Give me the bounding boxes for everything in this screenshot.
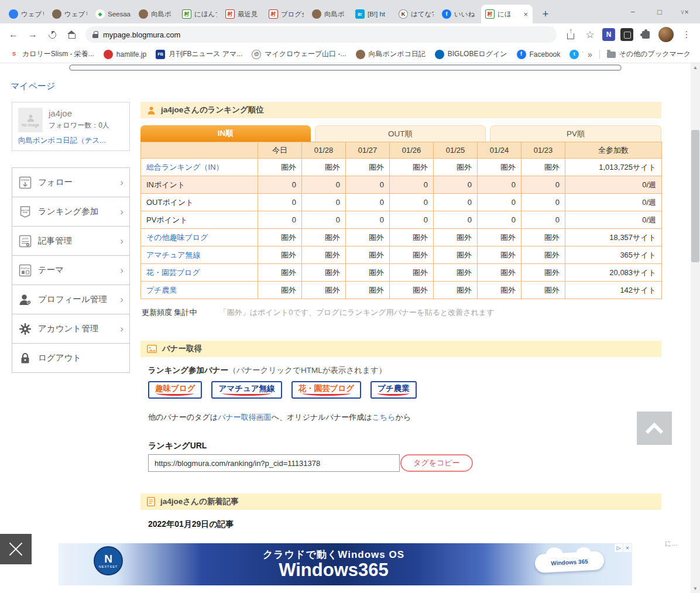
bookmark-item[interactable]: 向島ポンポコ日記 — [351, 47, 430, 61]
bookmark-item[interactable]: tTwitter — [565, 47, 583, 61]
column-header — [141, 142, 258, 159]
browser-tab[interactable]: 村ブログ全 — [265, 5, 308, 23]
column-header: 01/25 — [434, 142, 478, 159]
sidebar-item[interactable]: themeテーマ› — [12, 256, 129, 285]
tab-strip-tabs: ウェブリウェブリ◆Seesaa向島ポ村にほんブ村最近見村ブログ全向島ポB![B!… — [5, 5, 533, 23]
tab-close-icon[interactable]: × — [523, 10, 529, 19]
other-bookmarks-button[interactable]: その他のブックマーク — [602, 47, 695, 61]
category-link[interactable]: 総合ランキング（IN） — [146, 163, 224, 172]
ad-close-icon[interactable]: × — [623, 544, 632, 552]
banner-page-link[interactable]: バナー取得画面 — [218, 413, 272, 421]
note-extension-icon[interactable]: N — [602, 28, 615, 41]
ranking-url-input[interactable] — [148, 454, 400, 472]
browser-tab[interactable]: fいいね — [438, 5, 481, 23]
bookmark-item[interactable]: SカロリーSlism - 栄養... — [5, 47, 99, 61]
facebook-favicon: f — [442, 9, 451, 19]
total-cell: 0/週 — [565, 176, 662, 194]
chevron-right-icon: › — [120, 206, 123, 218]
ranking-banner[interactable]: アマチュア無線 — [211, 381, 282, 399]
reload-button[interactable] — [43, 26, 61, 43]
value-cell: 圏外 — [346, 246, 390, 264]
scrollbar-down-arrow[interactable]: ▼ — [691, 586, 700, 591]
category-link[interactable]: 花・園芸ブログ — [146, 268, 200, 277]
address-bar[interactable]: mypage.blogmura.com — [85, 26, 557, 43]
category-link[interactable]: アマチュア無線 — [146, 251, 201, 259]
sidebar-item[interactable]: bannerランキング参加› — [12, 197, 129, 227]
sidebar-item[interactable]: post記事管理› — [12, 227, 129, 256]
browser-tab[interactable]: ウェブリ — [5, 5, 48, 23]
share-icon — [567, 33, 574, 39]
vertical-scrollbar[interactable]: ▲ ▼ — [691, 63, 700, 593]
browser-tab[interactable]: 村にほ× — [481, 5, 533, 23]
ranking-tab[interactable]: PV順 — [490, 125, 661, 142]
menu-kebab-button[interactable]: ⋮ — [678, 26, 695, 43]
bookmark-item[interactable]: fFacebook — [512, 47, 565, 61]
category-link[interactable]: プチ農業 — [146, 286, 177, 294]
sidebar-item-label: アカウント管理 — [38, 323, 98, 334]
browser-tab[interactable]: Kはてな? — [394, 5, 438, 23]
maximize-button[interactable]: □ — [646, 0, 673, 23]
browser-tab[interactable]: ウェブリ — [48, 5, 91, 23]
extensions-puzzle-button[interactable] — [637, 26, 654, 43]
back-button[interactable]: ← — [5, 26, 22, 43]
browser-tab[interactable]: ◆Seesaa — [91, 5, 135, 23]
scrollbar-up-arrow[interactable]: ▲ — [691, 65, 700, 70]
bookmarks-bar: SカロリーSlism - 栄養...hamlife.jpFB月刊FBニュース ア… — [0, 46, 700, 63]
tab-list-chevron-icon[interactable]: ∨ — [671, 0, 694, 23]
ranking-tab[interactable]: IN順 — [140, 125, 311, 142]
sidebar-item[interactable]: アカウント管理› — [12, 314, 129, 344]
browser-tab[interactable]: 村最近見 — [221, 5, 265, 23]
value-cell: 0 — [478, 211, 521, 229]
browser-tab[interactable]: B![B!] ht — [351, 5, 394, 23]
adchoices-controls: ▷ × — [615, 544, 632, 552]
reload-icon — [47, 29, 57, 40]
ranking-banner-icon: banner — [18, 205, 32, 219]
fbnews-favicon: FB — [156, 50, 165, 59]
ad-banner[interactable]: N NEXTSET クラウドで動くWindows OS Windows365 W… — [59, 543, 632, 585]
new-tab-button[interactable]: + — [537, 6, 554, 22]
blog-link[interactable]: 向島ポンポコ日記（テス... — [18, 136, 106, 146]
extension-icon[interactable] — [620, 28, 633, 41]
browser-tab[interactable]: 向島ポ — [308, 5, 351, 23]
adchoices-icon[interactable]: ▷ — [615, 544, 623, 552]
bookmark-item[interactable]: @マイクロウェーブ山口 -... — [247, 47, 351, 61]
sidebar-menu: readerフォロー›bannerランキング参加›post記事管理›themeテ… — [12, 167, 130, 373]
logout-lock-icon — [18, 351, 32, 365]
sidebar-item[interactable]: プロフィール管理› — [12, 285, 129, 314]
value-cell: 圏外 — [434, 264, 478, 282]
browser-tab[interactable]: 村にほんブ — [178, 5, 221, 23]
ad-dismiss-button[interactable] — [0, 534, 32, 564]
home-button[interactable] — [63, 26, 80, 43]
value-cell: 0 — [478, 176, 521, 194]
ranking-banner[interactable]: 花・園芸ブログ — [291, 381, 361, 399]
value-cell: 圏外 — [434, 159, 478, 176]
copy-tag-button[interactable]: タグをコピー — [400, 454, 473, 472]
ranking-banner[interactable]: 趣味ブログ — [148, 381, 202, 399]
ranking-tab[interactable]: OUT順 — [315, 125, 486, 142]
scrollbar-thumb[interactable] — [691, 130, 699, 262]
value-cell: 圏外 — [390, 282, 434, 299]
banner-lead-note: （バナークリックでHTMLが表示されます） — [228, 366, 386, 375]
bookmark-star-button[interactable]: ☆ — [581, 26, 599, 43]
sidebar-item[interactable]: ログアウト — [12, 344, 129, 373]
forward-button[interactable]: → — [24, 26, 42, 43]
browser-profile-avatar[interactable] — [658, 27, 674, 42]
browser-tab[interactable]: 向島ポ — [135, 5, 178, 23]
minimize-button[interactable]: − — [619, 0, 646, 23]
share-button[interactable] — [562, 26, 579, 43]
create-banner-link[interactable]: こちら — [372, 413, 396, 421]
total-cell: 0/週 — [565, 211, 662, 229]
table-row: PVポイント00000000/週 — [141, 211, 662, 229]
tab-title: 向島ポ — [151, 10, 174, 19]
bookmark-item[interactable]: BIGLOBEログイン — [430, 47, 512, 61]
bookmark-item[interactable]: FB月刊FBニュース アマ... — [151, 47, 247, 61]
value-cell: 0 — [521, 211, 565, 229]
column-header: 01/28 — [302, 142, 346, 159]
profile-followers: フォロワー数：0人 — [49, 121, 109, 131]
bookmarks-overflow-button[interactable]: » — [583, 50, 597, 59]
ranking-banner[interactable]: プチ農業 — [370, 381, 417, 399]
category-link[interactable]: その他趣味ブログ — [146, 233, 208, 242]
sidebar-item[interactable]: readerフォロー› — [12, 168, 129, 197]
scroll-to-top-button[interactable] — [637, 412, 672, 445]
bookmark-item[interactable]: hamlife.jp — [99, 47, 151, 61]
